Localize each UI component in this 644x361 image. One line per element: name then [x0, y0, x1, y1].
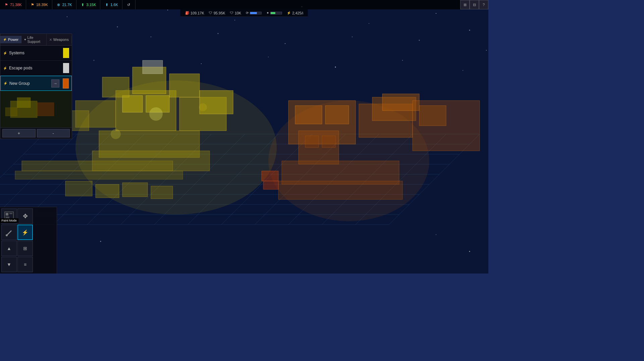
- svg-point-3: [167, 10, 168, 10]
- tab-power[interactable]: ⚡ Power: [0, 36, 21, 43]
- minimap-icon: [4, 211, 14, 221]
- group-newgroup[interactable]: ⚡ New Group →: [0, 76, 72, 91]
- refresh-icon: ↺: [126, 3, 131, 7]
- tool-settings[interactable]: ⊞: [17, 241, 33, 256]
- resource-icon-4: ⬆: [80, 3, 85, 7]
- svg-point-2: [117, 26, 118, 27]
- shield2-icon: 🛡: [230, 11, 233, 15]
- svg-point-6: [369, 23, 369, 24]
- tool-paintbrush[interactable]: Paint Mode: [1, 225, 17, 240]
- tab-lifesupport[interactable]: ♥ Life Support: [21, 34, 47, 45]
- resource-value-4: 3.15K: [87, 3, 96, 7]
- resource-value-1: 71.38K: [10, 3, 22, 7]
- escapepods-icon: ⚡: [3, 66, 7, 70]
- top-btn-grid[interactable]: ⊞: [460, 0, 470, 9]
- svg-rect-76: [295, 106, 322, 124]
- resource-icon-5: ⬆: [104, 3, 109, 7]
- svg-rect-98: [6, 217, 9, 220]
- resource-value-2: 18.39K: [36, 3, 48, 7]
- stat-cargo-value: 109.17K: [191, 11, 204, 15]
- svg-point-14: [419, 40, 420, 41]
- svg-point-72: [199, 103, 207, 111]
- tool-active[interactable]: ⚡: [17, 225, 33, 240]
- svg-rect-64: [22, 161, 173, 171]
- power-icon: ⚡: [287, 11, 291, 15]
- stat-power: ⚡ 2,425/i: [287, 11, 303, 15]
- tab-weapons[interactable]: ⚔ Weapons: [47, 36, 72, 43]
- svg-point-17: [94, 60, 95, 61]
- resource-item-3: ⊕ 21.7K: [52, 0, 76, 9]
- paintbrush-icon: [4, 228, 14, 237]
- svg-point-18: [201, 63, 202, 64]
- stat-fuel: ✦: [266, 11, 282, 15]
- group-escapepods[interactable]: ⚡ Escape pods: [0, 61, 72, 76]
- svg-point-99: [6, 234, 8, 236]
- bottom-toolbar: ✥ Paint Mode ⚡ ▲ ⊞ ▼ ≡: [0, 207, 57, 274]
- minimap-button[interactable]: [1, 208, 17, 224]
- svg-rect-77: [325, 106, 349, 124]
- tool-list[interactable]: ≡: [17, 257, 33, 272]
- tool-down[interactable]: ▼: [1, 257, 17, 272]
- top-resource-bar: ⚑ 71.38K ⚑ 18.39K ⊕ 21.7K ⬆ 3.15K ⬆ 1.6K…: [0, 0, 488, 9]
- tool-select[interactable]: ✥: [17, 208, 33, 224]
- svg-rect-53: [122, 96, 143, 112]
- stat-shield2-value: 10K: [235, 11, 241, 15]
- svg-point-13: [352, 37, 353, 37]
- toolbar-row-2: Paint Mode ⚡: [1, 225, 55, 240]
- svg-rect-67: [96, 184, 119, 198]
- svg-point-22: [463, 70, 463, 71]
- top-btn-minus[interactable]: ⊟: [470, 0, 479, 9]
- systems-label: Systems: [9, 51, 61, 55]
- tool-up[interactable]: ▲: [1, 241, 17, 256]
- shield1-icon: 🛡: [209, 11, 212, 15]
- svg-rect-96: [6, 213, 8, 216]
- newgroup-icon: ⚡: [3, 81, 7, 85]
- resource-icon-3: ⊕: [56, 3, 61, 7]
- top-right-buttons: ⊞ ⊟ ?: [460, 0, 488, 9]
- svg-point-15: [486, 50, 487, 51]
- svg-rect-92: [17, 98, 31, 108]
- group-systems[interactable]: ⚡ Systems: [0, 46, 72, 61]
- resource-item-6[interactable]: ↺: [122, 0, 136, 9]
- resource-icon-1: ⚑: [4, 3, 9, 7]
- fuel-fill: [271, 12, 275, 14]
- center-stats-bar: 🎒 109.17K 🛡 95.95K 🛡 10K ⟳ ✦ ⚡ 2,425/i: [180, 9, 308, 17]
- top-btn-help[interactable]: ?: [479, 0, 488, 9]
- svg-point-1: [67, 16, 67, 17]
- stat-power-value: 2,425/i: [292, 11, 303, 15]
- escapepods-color: [63, 63, 69, 73]
- toolbar-row-4: ▼ ≡: [1, 257, 55, 272]
- tab-weapons-label: Weapons: [53, 38, 69, 42]
- panel-remove-button[interactable]: -: [37, 129, 70, 137]
- svg-rect-94: [5, 108, 17, 116]
- svg-point-21: [402, 60, 403, 61]
- svg-rect-87: [278, 181, 402, 199]
- svg-rect-89: [263, 181, 278, 189]
- svg-rect-69: [151, 186, 173, 199]
- svg-point-4: [234, 20, 235, 20]
- svg-rect-68: [122, 183, 148, 197]
- svg-point-10: [151, 37, 151, 37]
- svg-point-20: [335, 67, 336, 68]
- cooldown-bar: [250, 12, 262, 14]
- resource-item-1: ⚑ 71.38K: [0, 0, 26, 9]
- panel-add-button[interactable]: +: [2, 129, 36, 137]
- game-viewport: [0, 0, 488, 274]
- stars-background: [0, 0, 488, 274]
- tab-power-label: Power: [8, 38, 18, 42]
- svg-point-26: [469, 251, 470, 252]
- panel-preview: [0, 91, 72, 128]
- weapons-tab-icon: ⚔: [49, 38, 52, 41]
- svg-point-8: [469, 30, 470, 31]
- newgroup-arrow[interactable]: →: [51, 79, 59, 87]
- cooldown-icon: ⟳: [246, 11, 249, 15]
- svg-rect-65: [15, 171, 183, 179]
- ship-preview-svg: [0, 91, 72, 128]
- svg-rect-85: [322, 136, 335, 147]
- toolbar-row-3: ▲ ⊞: [1, 241, 55, 256]
- resource-item-2: ⚑ 18.39K: [26, 0, 52, 9]
- power-tab-icon: ⚡: [3, 38, 7, 41]
- resource-value-3: 21.7K: [62, 3, 72, 7]
- svg-rect-73: [143, 60, 163, 74]
- svg-rect-88: [262, 171, 278, 181]
